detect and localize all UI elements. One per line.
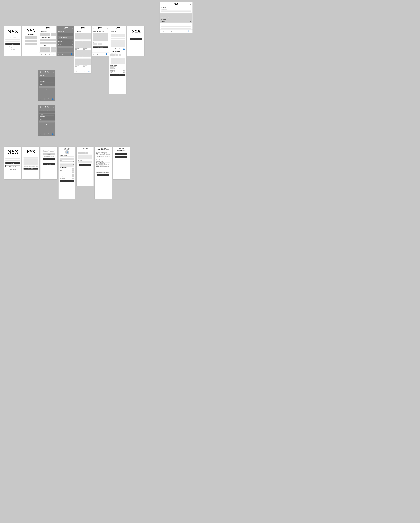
brand-item[interactable] [63,46,68,49]
address2-input[interactable] [111,41,125,43]
shop-now-btn[interactable]: SHOP NOW [115,156,127,158]
toggle-ladies[interactable] [72,168,74,170]
browse-btn[interactable]: BROWSE [115,153,127,155]
nav-grid-icon[interactable]: ⊞ [45,53,46,55]
pref-brands[interactable]: Brands [60,170,74,171]
nav-heart-icon[interactable]: ♡ [49,53,50,55]
toggle-recs[interactable] [72,178,74,179]
nav-grid-icon[interactable]: ⊞ [171,30,172,32]
sale-item2[interactable] [45,50,50,52]
menu-shoes-d[interactable]: SHOES› [40,84,54,85]
nav-heart-icon[interactable]: ♡ [101,53,103,55]
search-icon[interactable]: ⌕ [124,27,125,29]
country-select[interactable]: ∨ [60,158,74,160]
terms-link[interactable]: Terms & Conditions [10,169,16,170]
back-verify[interactable]: ‹ [41,149,42,149]
toggle-offers[interactable] [72,176,74,177]
nav-grid-icon[interactable]: ⊞ [80,71,81,72]
size-m[interactable]: M [98,43,99,45]
nav-heart-icon[interactable]: ♡ [66,53,68,55]
menu-clothes-d2[interactable]: CLOTHES› [40,114,54,116]
firstname-input[interactable] [111,36,125,37]
nav-home-icon[interactable]: ⌂ [40,98,41,100]
nav-user-icon[interactable]: 👤 [53,53,55,55]
search-icon[interactable]: ⌕ [53,71,54,73]
back-profile[interactable]: ‹ USER PROFILE [60,149,74,150]
hamburger-icon[interactable]: ☰ [41,27,42,29]
name-input[interactable] [24,157,38,158]
input1[interactable] [161,26,191,27]
brand-item[interactable] [48,41,56,44]
trend-item[interactable] [51,33,56,36]
back-btn[interactable]: ‹ [31,148,31,149]
menu-accessories-d2[interactable]: ACCESSORIES› [40,116,54,117]
email-create-input[interactable] [24,158,38,160]
menu-clothes-d[interactable]: CLOTHES› [40,79,54,81]
brand-item[interactable] [40,39,48,41]
menu-shoes[interactable]: SHOES› [160,20,192,23]
toggle-brands[interactable] [72,170,74,171]
birth-input[interactable] [24,160,38,162]
address-input[interactable] [111,40,125,41]
shop-btn-2[interactable] [25,40,37,42]
nav-grid-icon[interactable]: ⊞ [44,98,45,100]
sale-item[interactable] [45,47,50,49]
search-icon[interactable]: ⌕ [107,27,107,29]
nav-user-icon[interactable]: 👤 [123,48,125,50]
card-amex[interactable] [116,54,118,56]
nav-heart-icon[interactable]: ♡ [179,30,180,32]
search-icon[interactable]: ⌕ [89,27,90,29]
brand-item[interactable] [48,39,56,41]
pref-special-offers[interactable]: Special offers [60,176,74,177]
menu-shoes-dark[interactable]: SHOES› [58,44,73,45]
continue-verify-btn[interactable]: CONTINUE [43,163,55,165]
card-visa[interactable] [110,54,113,56]
nav-home-icon[interactable]: ⌂ [163,30,164,32]
input2[interactable] [161,28,191,29]
product-item[interactable] [75,50,83,57]
nav-home-icon[interactable]: ⌂ [93,53,94,55]
toggle-shoes[interactable] [72,172,74,173]
nav-user-icon[interactable]: 👤 [52,98,54,100]
cvv-input[interactable] [85,156,92,158]
product-item[interactable] [75,33,83,40]
product-item[interactable] [83,58,91,65]
nav-home-icon[interactable]: ⌂ [40,133,41,135]
menu-accessories-d[interactable]: ACCESSORIES› [40,81,54,82]
nav-heart-icon[interactable]: ♡ [119,48,120,50]
search-icon[interactable]: ⌕ [72,27,73,29]
postal-profile[interactable] [60,165,74,167]
expiry-input[interactable] [78,156,85,158]
shop-btn-1[interactable] [25,36,37,39]
hamburger-icon[interactable]: ☰ [76,27,77,29]
menu-brands[interactable]: BRANDS [160,18,192,20]
pay-mc[interactable] [80,152,83,154]
menu-shoes-d2[interactable]: SHOES› [40,119,54,120]
back-payment[interactable]: ‹ [78,149,92,150]
nav-grid-icon[interactable]: ⊞ [44,133,45,135]
pref-email[interactable]: Email notifications [60,174,74,176]
trend-item[interactable] [40,33,45,36]
cc-name[interactable] [111,63,125,64]
search-bar-dark[interactable] [39,86,55,88]
email-input[interactable] [111,34,125,36]
signup-link[interactable]: Sign up [11,47,14,48]
nav-user-icon[interactable]: 👤 [52,133,54,135]
pay-visa[interactable] [78,152,80,154]
pref-shoes[interactable]: Shoes [60,172,74,173]
cc-cvv[interactable] [111,61,125,63]
hamburger-icon[interactable]: ☰ [40,106,41,108]
nav-home-icon[interactable]: ⌂ [76,71,77,72]
nav-grid-icon[interactable]: ⊞ [115,48,116,50]
create-account-outline-btn[interactable]: CREATE ACCOUNT [6,165,20,167]
trend-item[interactable] [45,33,50,36]
confirm-password[interactable] [24,164,38,165]
product-item[interactable] [83,33,91,40]
product-item[interactable] [75,58,83,65]
search-icon[interactable]: ⌕ [53,106,54,108]
menu-clothes[interactable]: CLOTHES› [160,14,192,16]
menu-accessories-dark[interactable]: ACCESSORIES› [58,41,73,42]
name-on-card[interactable] [78,158,92,159]
nav-grid-icon[interactable]: ⊞ [62,53,63,55]
nav-home-icon[interactable]: ⌂ [41,53,42,55]
